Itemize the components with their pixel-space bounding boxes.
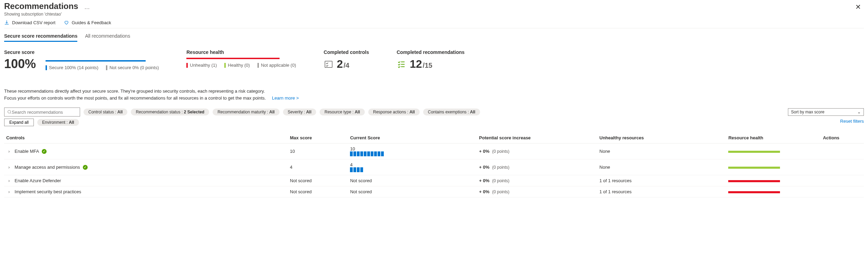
- completed-recs-label: Completed recommendations: [397, 49, 465, 55]
- filter-pill-0[interactable]: Control status : All: [84, 109, 127, 115]
- control-name: Implement security best practices: [14, 189, 81, 194]
- chevron-right-icon[interactable]: ›: [6, 189, 12, 194]
- completed-controls-denom: /4: [344, 62, 350, 69]
- reset-filters-link[interactable]: Reset filters: [840, 119, 864, 124]
- th-current[interactable]: Current Score: [348, 132, 477, 143]
- filter-pill-6[interactable]: Contains exemptions : All: [423, 109, 480, 115]
- chevron-right-icon[interactable]: ›: [6, 165, 12, 170]
- check-icon: [42, 149, 47, 154]
- cell-potential: + 0%: [479, 178, 489, 183]
- cell-max: Not scored: [288, 175, 348, 186]
- table-row[interactable]: ›Manage access and permissions44 + 0%(0 …: [4, 159, 864, 175]
- health-bar: [728, 180, 780, 182]
- pill-value: All: [306, 110, 311, 114]
- pill-label: Environment :: [42, 120, 69, 125]
- secure-legend-secure: Secure 100% (14 points): [49, 65, 98, 70]
- cell-current: Not scored: [350, 189, 372, 194]
- secure-legend-notsecure: Not secure 0% (0 points): [109, 65, 159, 70]
- health-bar: [728, 167, 780, 169]
- cell-max: 4: [288, 159, 348, 175]
- page-title: Recommendations: [4, 1, 78, 11]
- pill-label: Response actions :: [373, 110, 409, 114]
- control-name: Manage access and permissions: [14, 165, 80, 170]
- learn-more-link[interactable]: Learn more >: [272, 95, 299, 101]
- filter-pill-1[interactable]: Recommendation status : 2 Selected: [131, 109, 209, 115]
- completed-recs-denom: /15: [423, 62, 432, 69]
- heart-icon: [64, 20, 69, 25]
- cell-max: 10: [288, 143, 348, 159]
- table-row[interactable]: ›Enable MFA1010 + 0%(0 points)None: [4, 143, 864, 159]
- tab-secure-score[interactable]: Secure score recommendations: [4, 33, 77, 42]
- expand-all-button[interactable]: Expand all: [4, 119, 34, 126]
- filter-pill-4[interactable]: Resource type : All: [320, 109, 365, 115]
- score-bars: [350, 151, 475, 156]
- cell-current: 4: [350, 162, 352, 167]
- legend-unhealthy: Unhealthy (1): [190, 63, 217, 68]
- pill-label: Recommendation status :: [136, 110, 184, 114]
- svg-point-1: [8, 110, 11, 113]
- download-icon: [4, 20, 9, 25]
- filter-pill-2[interactable]: Recommendation maturity : All: [213, 109, 279, 115]
- search-input-wrapper[interactable]: [4, 108, 80, 117]
- table-row[interactable]: ›Implement security best practicesNot sc…: [4, 186, 864, 197]
- chevron-down-icon: ⌄: [857, 110, 861, 114]
- th-potential[interactable]: Potential score increase: [477, 132, 597, 143]
- pill-label: Control status :: [88, 110, 117, 114]
- download-csv-button[interactable]: Download CSV report: [4, 20, 56, 25]
- secure-score-card: Secure score 100% Secure 100% (14 points…: [4, 49, 159, 71]
- completed-recs-card: Completed recommendations 12/15: [397, 49, 465, 71]
- more-icon[interactable]: …: [84, 4, 90, 10]
- cell-max: Not scored: [288, 186, 348, 197]
- table-row[interactable]: ›Enable Azure DefenderNot scoredNot scor…: [4, 175, 864, 186]
- filter-pill-3[interactable]: Severity : All: [283, 109, 316, 115]
- th-max[interactable]: Max score: [288, 132, 348, 143]
- svg-rect-0: [325, 61, 332, 67]
- health-bar: [728, 151, 780, 153]
- guides-feedback-button[interactable]: Guides & Feedback: [64, 20, 111, 25]
- th-actions[interactable]: Actions: [821, 132, 864, 143]
- pill-value: All: [355, 110, 360, 114]
- sort-label: Sort by max score: [791, 110, 825, 114]
- cell-resources: 1 of 1 resources: [597, 175, 726, 186]
- completed-controls-card: Completed controls 2/4: [324, 49, 369, 71]
- cell-resources: None: [597, 143, 726, 159]
- pill-label: Recommendation maturity :: [217, 110, 269, 114]
- guides-feedback-label: Guides & Feedback: [72, 20, 111, 25]
- filter-pill-5[interactable]: Response actions : All: [368, 109, 420, 115]
- filter-pill-environment[interactable]: Environment : All: [37, 119, 79, 126]
- control-name: Enable MFA: [14, 149, 39, 154]
- recommendations-table: Controls Max score Current Score Potenti…: [4, 132, 864, 197]
- completed-controls-label: Completed controls: [324, 49, 369, 55]
- checklist-icon: [324, 59, 333, 69]
- cell-resources: 1 of 1 resources: [597, 186, 726, 197]
- cell-points: (0 points): [492, 149, 509, 154]
- sort-dropdown[interactable]: Sort by max score ⌄: [788, 108, 864, 116]
- page-subtitle: Showing subscription 'chtestao': [4, 12, 90, 17]
- pill-value: All: [470, 110, 475, 114]
- completed-recs-num: 12: [410, 58, 422, 71]
- control-name: Enable Azure Defender: [14, 178, 61, 183]
- legend-healthy: Healthy (0): [228, 63, 250, 68]
- th-unhealthy[interactable]: Unhealthy resources: [597, 132, 726, 143]
- cell-current: Not scored: [350, 178, 372, 183]
- chevron-right-icon[interactable]: ›: [6, 178, 12, 183]
- score-bars: [350, 167, 475, 172]
- search-input[interactable]: [12, 110, 77, 115]
- th-controls[interactable]: Controls: [4, 132, 288, 143]
- desc-line1: These recommendations directly affect yo…: [4, 88, 864, 95]
- check-icon: [83, 165, 88, 170]
- pill-value: All: [409, 110, 415, 114]
- pill-label: Contains exemptions :: [428, 110, 470, 114]
- pill-label: Resource type :: [324, 110, 354, 114]
- cell-points: (0 points): [492, 178, 509, 183]
- description-block: These recommendations directly affect yo…: [4, 88, 864, 101]
- completed-controls-num: 2: [337, 58, 343, 71]
- tab-all-recommendations[interactable]: All recommendations: [85, 33, 130, 42]
- close-icon[interactable]: ✕: [852, 1, 864, 12]
- th-health[interactable]: Resource health: [726, 132, 821, 143]
- list-check-icon: [397, 59, 406, 69]
- cell-potential: + 0%: [479, 165, 489, 170]
- pill-value: All: [69, 120, 74, 125]
- chevron-right-icon[interactable]: ›: [6, 149, 12, 154]
- resource-health-label: Resource health: [186, 49, 296, 55]
